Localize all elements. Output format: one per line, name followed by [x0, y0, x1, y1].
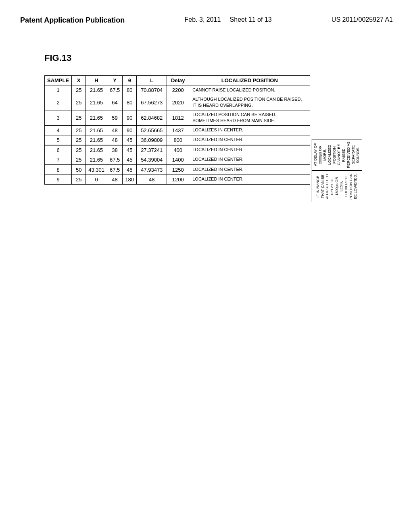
cell-delay: 1250	[167, 165, 189, 175]
cell-localized: LOCALIZED IN CENTER.	[189, 175, 310, 184]
data-table-container: SAMPLE X H Y θ L Delay LOCALIZED POSITIO…	[44, 75, 310, 217]
cell-theta: 45	[123, 145, 137, 155]
col-header-x: X	[72, 76, 86, 85]
cell-sample: 9	[45, 175, 72, 184]
cell-sample: 2	[45, 95, 72, 110]
col-header-h: H	[86, 76, 107, 85]
cell-theta: 45	[123, 165, 137, 175]
cell-x: 25	[72, 125, 86, 135]
cell-localized: ALTHOUGH LOCALIZED POSITION CAN BE RAISE…	[189, 95, 310, 110]
cell-theta: 90	[123, 125, 137, 135]
cell-localized: LOCALIZED POSITION CAN BE RAISED.SOMETIM…	[189, 110, 310, 125]
cell-y: 48	[107, 175, 122, 184]
page-header: Patent Application Publication Feb. 3, 2…	[20, 16, 393, 29]
cell-localized: LOCALIZES IN CENTER.	[189, 125, 310, 135]
note-rows-5-6: AT DELAY OF 2000μs OR MORE, LOCALIZED PO…	[312, 139, 362, 170]
cell-y: 38	[107, 145, 122, 155]
cell-x: 25	[72, 155, 86, 165]
cell-localized: CANNOT RAISE LOCALIZED POSITION.	[189, 85, 310, 95]
cell-sample: 8	[45, 165, 72, 175]
cell-y: 67.5	[107, 165, 122, 175]
figure-label: FIG.13	[44, 53, 393, 63]
table-row: 2 25 21.65 64 80 67.56273 2020 ALTHOUGH …	[45, 95, 310, 110]
spacer-bottom	[312, 202, 362, 217]
cell-delay: 1200	[167, 175, 189, 184]
cell-sample: 5	[45, 135, 72, 145]
cell-l: 62.84682	[137, 110, 167, 125]
cell-y: 67.5	[107, 155, 122, 165]
table-row: 5 25 21.65 48 45 36.09809 800 LOCALIZED …	[45, 135, 310, 145]
cell-delay: 800	[167, 135, 189, 145]
table-row: 3 25 21.65 59 90 62.84682 1812 LOCALIZED…	[45, 110, 310, 125]
cell-x: 50	[72, 165, 86, 175]
cell-theta: 80	[123, 95, 137, 110]
cell-y: 48	[107, 125, 122, 135]
table-row: 1 25 21.65 67.5 80 70.88704 2200 CANNOT …	[45, 85, 310, 95]
cell-delay: 1400	[167, 155, 189, 165]
cell-h: 21.65	[86, 95, 107, 110]
col-header-delay: Delay	[167, 76, 189, 85]
cell-sample: 1	[45, 85, 72, 95]
table-row: 4 25 21.65 48 90 52.65665 1437 LOCALIZES…	[45, 125, 310, 135]
table-row: 8 50 43.301 67.5 45 47.93473 1250 LOCALI…	[45, 165, 310, 175]
cell-x: 25	[72, 175, 86, 184]
cell-delay: 400	[167, 145, 189, 155]
cell-h: 21.65	[86, 85, 107, 95]
cell-l: 27.37241	[137, 145, 167, 155]
cell-localized: LOCALIZED IN CENTER.	[189, 135, 310, 145]
cell-localized: LOCALIZED IN CENTER.	[189, 155, 310, 165]
table-row: 6 25 21.65 38 45 27.37241 400 LOCALIZED …	[45, 145, 310, 155]
sheet-info: Sheet 11 of 13	[230, 16, 272, 23]
cell-theta: 80	[123, 85, 137, 95]
col-header-l: L	[137, 76, 167, 85]
cell-delay: 1812	[167, 110, 189, 125]
side-notes: AT DELAY OF 2000μs OR MORE, LOCALIZED PO…	[312, 75, 362, 217]
cell-theta: 45	[123, 155, 137, 165]
cell-localized: LOCALIZED IN CENTER.	[189, 145, 310, 155]
cell-l: 48	[137, 175, 167, 184]
col-header-theta: θ	[123, 76, 137, 85]
cell-sample: 3	[45, 110, 72, 125]
cell-l: 52.65665	[137, 125, 167, 135]
cell-h: 21.65	[86, 145, 107, 155]
cell-h: 21.65	[86, 155, 107, 165]
cell-sample: 7	[45, 155, 72, 165]
data-table: SAMPLE X H Y θ L Delay LOCALIZED POSITIO…	[44, 75, 310, 185]
cell-theta: 180	[123, 175, 137, 184]
cell-delay: 2200	[167, 85, 189, 95]
cell-sample: 6	[45, 145, 72, 155]
publication-date: Feb. 3, 2011	[185, 16, 221, 23]
cell-l: 47.93473	[137, 165, 167, 175]
cell-x: 25	[72, 145, 86, 155]
cell-y: 59	[107, 110, 122, 125]
cell-h: 0	[86, 175, 107, 184]
publication-title: Patent Application Publication	[20, 16, 125, 25]
cell-l: 36.09809	[137, 135, 167, 145]
note-rows-7-8: IF IN RANGE THAT CAN BE ADJUSTED TO DELA…	[312, 170, 362, 202]
col-header-sample: SAMPLE	[45, 76, 72, 85]
cell-x: 25	[72, 135, 86, 145]
cell-h: 21.65	[86, 135, 107, 145]
cell-l: 70.88704	[137, 85, 167, 95]
cell-x: 25	[72, 95, 86, 110]
cell-x: 25	[72, 85, 86, 95]
cell-l: 67.56273	[137, 95, 167, 110]
cell-x: 25	[72, 110, 86, 125]
cell-y: 48	[107, 135, 122, 145]
header-date-sheet: Feb. 3, 2011 Sheet 11 of 13	[185, 16, 272, 23]
table-header-row: SAMPLE X H Y θ L Delay LOCALIZED POSITIO…	[45, 76, 310, 85]
cell-theta: 90	[123, 110, 137, 125]
cell-h: 43.301	[86, 165, 107, 175]
cell-h: 21.65	[86, 125, 107, 135]
cell-localized: LOCALIZED IN CENTER.	[189, 165, 310, 175]
patent-number: US 2011/0025927 A1	[332, 16, 393, 23]
col-header-localized: LOCALIZED POSITION	[189, 76, 310, 85]
cell-sample: 4	[45, 125, 72, 135]
cell-delay: 1437	[167, 125, 189, 135]
cell-theta: 45	[123, 135, 137, 145]
table-row: 9 25 0 48 180 48 1200 LOCALIZED IN CENTE…	[45, 175, 310, 184]
table-row: 7 25 21.65 67.5 45 54.39004 1400 LOCALIZ…	[45, 155, 310, 165]
cell-delay: 2020	[167, 95, 189, 110]
cell-y: 67.5	[107, 85, 122, 95]
cell-l: 54.39004	[137, 155, 167, 165]
